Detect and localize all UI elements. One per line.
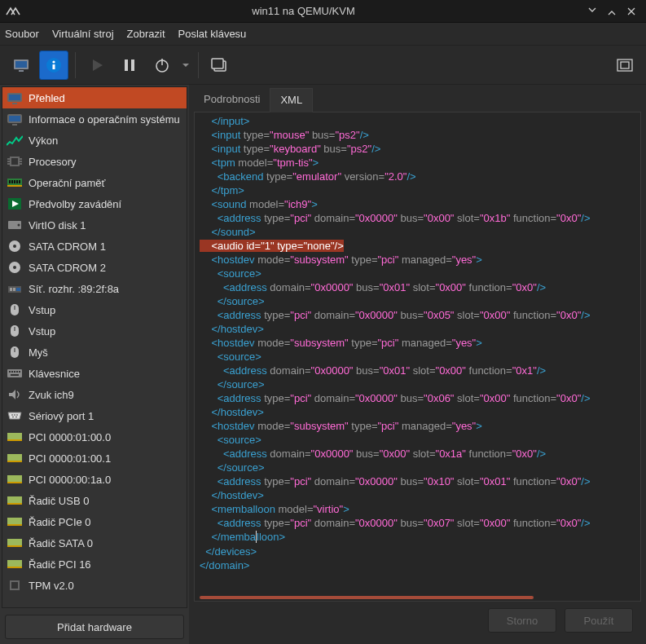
os-icon bbox=[6, 112, 24, 126]
hardware-item[interactable]: Předvolby zavádění bbox=[2, 193, 187, 214]
svg-rect-56 bbox=[14, 371, 15, 373]
shutdown-menu-arrow[interactable] bbox=[180, 61, 191, 69]
menu-virtualni-stroj[interactable]: Virtuální stroj bbox=[52, 28, 114, 40]
details-view-button[interactable] bbox=[39, 51, 68, 80]
hardware-item-label: Řadič PCI 16 bbox=[29, 558, 183, 571]
menu-zobrazit[interactable]: Zobrazit bbox=[127, 28, 165, 40]
tabs: Podrobnosti XML bbox=[194, 88, 641, 112]
svg-rect-16 bbox=[12, 103, 17, 104]
tab-xml[interactable]: XML bbox=[270, 88, 313, 112]
ctrl-icon bbox=[6, 514, 24, 529]
svg-rect-71 bbox=[7, 482, 22, 483]
hardware-item-label: Klávesnice bbox=[29, 368, 183, 380]
hardware-item[interactable]: Řadič PCIe 0 bbox=[2, 511, 187, 532]
hardware-item[interactable]: Sériový port 1 bbox=[2, 405, 187, 426]
svg-rect-54 bbox=[9, 371, 11, 373]
hardware-item-label: Výkon bbox=[29, 135, 183, 147]
svg-point-40 bbox=[13, 245, 16, 248]
svg-point-5 bbox=[52, 60, 55, 63]
svg-rect-76 bbox=[7, 539, 22, 545]
maximize-button[interactable] bbox=[602, 2, 622, 21]
close-button[interactable] bbox=[622, 2, 641, 21]
menubar: Soubor Virtuální stroj Zobrazit Poslat k… bbox=[0, 23, 646, 46]
hardware-item[interactable]: PCI 0000:00:1a.0 bbox=[2, 469, 187, 490]
menu-soubor[interactable]: Soubor bbox=[5, 28, 39, 40]
run-button[interactable] bbox=[82, 51, 112, 80]
svg-point-63 bbox=[16, 414, 18, 416]
hardware-item[interactable]: Klávesnice bbox=[2, 363, 187, 384]
hardware-item[interactable]: Síť. rozhr. :89:2f:8a bbox=[2, 278, 187, 299]
cpu-icon bbox=[6, 154, 24, 169]
tab-podrobnosti[interactable]: Podrobnosti bbox=[194, 88, 270, 112]
minimize-button[interactable] bbox=[582, 2, 602, 21]
svg-rect-68 bbox=[7, 454, 22, 461]
hardware-item[interactable]: Přehled bbox=[2, 87, 187, 108]
svg-rect-34 bbox=[7, 185, 22, 187]
hardware-item[interactable]: Výkon bbox=[2, 130, 187, 151]
overview-icon bbox=[6, 90, 24, 105]
ctrl-icon bbox=[6, 493, 24, 508]
mouse-icon bbox=[6, 345, 24, 359]
menu-poslat-klavesu[interactable]: Poslat klávesu bbox=[178, 28, 247, 40]
cd-icon bbox=[6, 239, 24, 254]
pci-icon bbox=[6, 430, 24, 444]
hardware-item[interactable]: Řadič SATA 0 bbox=[2, 532, 187, 554]
hardware-item-label: Sériový port 1 bbox=[29, 410, 183, 422]
svg-point-38 bbox=[18, 224, 20, 227]
console-view-button[interactable] bbox=[7, 51, 36, 80]
hardware-item-label: Přehled bbox=[29, 92, 183, 104]
fullscreen-button[interactable] bbox=[610, 51, 639, 80]
xml-content[interactable]: </input> <input type="mouse" bus="ps2"/>… bbox=[195, 112, 640, 594]
svg-rect-30 bbox=[11, 180, 13, 183]
svg-marker-60 bbox=[9, 390, 15, 399]
hardware-item[interactable]: Řadič PCI 16 bbox=[2, 554, 187, 575]
svg-rect-13 bbox=[621, 62, 629, 68]
add-hardware-button[interactable]: Přidat hardware bbox=[5, 615, 184, 639]
svg-rect-12 bbox=[617, 60, 632, 71]
svg-rect-44 bbox=[10, 288, 12, 291]
hardware-item-label: VirtIO disk 1 bbox=[29, 219, 183, 232]
hardware-item-label: PCI 0000:01:00.0 bbox=[29, 431, 183, 443]
hardware-item[interactable]: SATA CDROM 1 bbox=[2, 236, 187, 257]
hardware-list[interactable]: PřehledInformace o operačním systémuVýko… bbox=[2, 86, 187, 608]
svg-rect-55 bbox=[11, 371, 13, 373]
hardware-sidebar: PřehledInformace o operačním systémuVýko… bbox=[0, 85, 189, 644]
hardware-item[interactable]: SATA CDROM 2 bbox=[2, 257, 187, 278]
perf-icon bbox=[6, 133, 24, 148]
svg-rect-77 bbox=[7, 545, 22, 547]
hardware-item[interactable]: VirtIO disk 1 bbox=[2, 214, 187, 236]
svg-rect-6 bbox=[125, 60, 128, 71]
hardware-item[interactable]: PCI 0000:01:00.0 bbox=[2, 426, 187, 448]
svg-rect-67 bbox=[7, 439, 22, 441]
svg-rect-75 bbox=[7, 524, 22, 526]
titlebar: win11 na QEMU/KVM bbox=[0, 0, 646, 23]
pause-button[interactable] bbox=[115, 51, 144, 80]
hardware-item[interactable]: Informace o operačním systému bbox=[2, 108, 187, 130]
svg-rect-29 bbox=[9, 180, 11, 183]
ctrl-icon bbox=[6, 536, 24, 550]
apply-button[interactable]: Použít bbox=[565, 608, 633, 633]
hardware-item-label: SATA CDROM 2 bbox=[29, 262, 183, 274]
svg-rect-79 bbox=[7, 567, 22, 568]
hardware-item[interactable]: Myš bbox=[2, 342, 187, 363]
hardware-item[interactable]: Řadič USB 0 bbox=[2, 490, 187, 511]
hardware-item[interactable]: Vstup bbox=[2, 299, 187, 320]
details-pane: Podrobnosti XML </input> <input type="mo… bbox=[189, 85, 646, 644]
content-area: PřehledInformace o operačním systémuVýko… bbox=[0, 85, 646, 644]
cancel-button[interactable]: Storno bbox=[488, 608, 556, 633]
svg-rect-32 bbox=[16, 180, 18, 183]
shutdown-button[interactable] bbox=[147, 51, 177, 80]
svg-rect-81 bbox=[11, 582, 18, 589]
horizontal-scrollbar[interactable] bbox=[195, 594, 640, 601]
hardware-item-label: Operační paměť bbox=[29, 177, 183, 189]
hardware-item[interactable]: PCI 0000:01:00.1 bbox=[2, 448, 187, 469]
xml-editor[interactable]: </input> <input type="mouse" bus="ps2"/>… bbox=[194, 112, 641, 602]
toolbar bbox=[0, 46, 646, 85]
hardware-item[interactable]: Operační paměť bbox=[2, 172, 187, 193]
hardware-item[interactable]: Vstup bbox=[2, 320, 187, 342]
hardware-item[interactable]: Procesory bbox=[2, 151, 187, 172]
boot-icon bbox=[6, 196, 24, 211]
snapshots-button[interactable] bbox=[205, 51, 235, 80]
hardware-item[interactable]: TPM v2.0 bbox=[2, 575, 187, 596]
hardware-item[interactable]: Zvuk ich9 bbox=[2, 384, 187, 405]
